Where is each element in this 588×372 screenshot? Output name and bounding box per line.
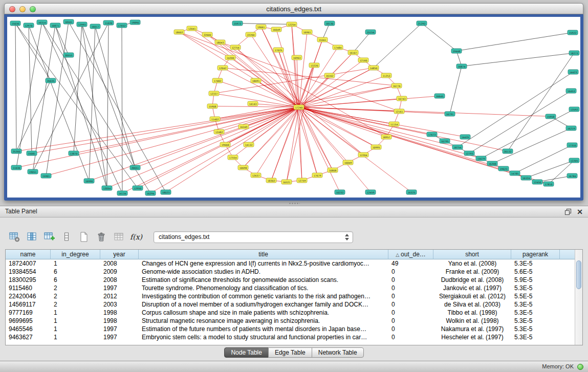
graph-node[interactable]: 12450 [532,180,542,184]
graph-node[interactable]: 16849 [343,160,353,165]
column-header-title[interactable]: title [139,250,388,259]
graph-node[interactable]: 21292 [417,21,427,26]
table-row[interactable]: 911546021997Tourette syndrome. Phenomeno… [6,284,582,292]
graph-node[interactable]: 16963 [292,55,302,60]
graph-node[interactable]: 17652 [117,23,127,28]
column-header-short[interactable]: short [433,250,511,259]
graph-node[interactable]: 13592 [569,107,579,112]
graph-node[interactable]: 18501 [63,19,74,24]
graph-node[interactable]: 12459 [365,190,376,194]
graph-node[interactable]: 22600 [202,32,212,37]
graph-node[interactable]: 18130 [324,21,335,26]
graph-node[interactable]: 19023 [498,166,509,171]
column-header-out-de[interactable]: △out_de… [388,250,433,259]
graph-node[interactable]: 17025 [273,48,284,52]
graph-node[interactable]: 19051 [28,169,38,174]
graph-node[interactable]: 14850 [368,65,379,70]
graph-node[interactable]: 11154 [389,122,399,126]
function-builder-button[interactable]: f(x) [129,230,143,244]
graph-node[interactable]: 10232 [335,190,345,194]
row-options-button[interactable] [59,230,74,244]
table-row[interactable]: 977716911998Corpus callosum shape and si… [6,309,582,317]
graph-node[interactable]: 15922 [568,30,578,35]
graph-node[interactable]: 19448 [451,49,462,53]
float-panel-icon[interactable] [564,208,572,215]
graph-node[interactable]: 12482 [214,129,224,134]
tab-node-table[interactable]: Node Table [224,347,269,358]
graph-node[interactable]: 14200 [225,55,235,60]
graph-node[interactable]: 17673 [427,132,437,137]
graph-node[interactable]: 16107 [348,50,358,55]
graph-node[interactable]: 17554 [228,155,238,160]
table-row[interactable]: 1938455462009Genome-wide association stu… [6,268,582,276]
table-row[interactable]: 1872400712008Changes of HCN gene express… [6,259,582,268]
graph-node[interactable]: 16017 [90,24,100,29]
graph-node[interactable]: 20132 [503,149,513,154]
graph-node[interactable]: 19661 [256,25,266,29]
graph-node[interactable]: 12054 [102,186,112,190]
graph-node[interactable]: 15561 [317,37,328,42]
column-header-name[interactable]: name [6,250,51,259]
graph-node[interactable]: 19890 [130,20,140,25]
graph-node[interactable]: 12160 [358,58,368,62]
graph-node[interactable]: 10743 [397,96,407,101]
graph-node[interactable]: 17810 [543,182,554,186]
memory-indicator-icon[interactable] [577,364,583,370]
graph-node[interactable]: 16349 [238,124,249,129]
scrollbar-thumb[interactable] [576,260,581,289]
graph-node[interactable]: 14143 [248,101,258,106]
graph-node[interactable]: 10871 [50,23,60,28]
graph-node[interactable]: 12759 [297,178,307,183]
graph-node[interactable]: 18273 [569,51,579,55]
column-header-pagerank[interactable]: pagerank [511,250,560,259]
graph-node[interactable]: 12337 [209,91,219,96]
table-row[interactable]: 946362711997Embryonic stem cells: a mode… [6,333,582,341]
graph-node[interactable]: 16649 [271,27,281,32]
network-graph-canvas[interactable]: 1724018602120412260018043127542226019661… [7,17,580,198]
graph-node[interactable]: 16219 [566,126,576,130]
column-header-year[interactable]: year [100,250,139,259]
graph-node[interactable]: 16208 [487,161,497,166]
graph-node[interactable]: 16874 [456,64,467,69]
create-column-button[interactable] [42,230,56,244]
graph-node[interactable]: 14435 [460,135,470,139]
graph-node[interactable]: 18957 [381,135,391,139]
graph-node[interactable]: 16990 [84,179,94,183]
graph-node[interactable]: 12161 [394,109,404,114]
graph-node[interactable]: 10995 [371,145,381,149]
graph-node[interactable]: 11253 [381,73,391,78]
graph-node[interactable]: 18043 [215,40,225,45]
graph-node[interactable]: 12950 [133,186,143,190]
import-table-button[interactable] [112,230,126,244]
graph-node[interactable]: 16294 [145,191,156,195]
graph-node[interactable]: 18091 [251,78,261,83]
graph-node[interactable]: 16162 [324,73,335,78]
graph-node[interactable]: 12793 [464,151,474,156]
graph-node[interactable]: 15901 [41,173,51,178]
window-title-bar[interactable]: citations_edges.txt [4,3,583,14]
table-vertical-scrollbar[interactable] [575,250,582,345]
graph-node[interactable]: 12041 [187,26,197,31]
panel-splitter[interactable] [0,201,588,206]
graph-node[interactable]: 11030 [11,165,21,170]
graph-node[interactable]: 15154 [365,30,376,34]
graph-node[interactable]: 18754 [452,145,463,149]
graph-node[interactable]: 15036 [10,21,20,26]
graph-node[interactable]: 15081 [27,151,37,156]
graph-node[interactable]: 16321 [281,180,292,184]
graph-node[interactable]: 12993 [77,22,87,27]
graph-node[interactable]: 12754 [230,45,241,50]
table-row[interactable]: 1456911722003Disruption of a novel membe… [6,300,582,309]
graph-node[interactable]: 14134 [117,191,127,195]
graph-node[interactable]: 12204 [358,152,368,157]
graph-node[interactable]: 20651 [130,165,140,170]
graph-node[interactable]: 15679 [476,156,486,161]
graph-node[interactable]: 12637 [251,173,261,178]
delete-table-button[interactable] [94,230,108,244]
graph-node[interactable]: 16961 [302,30,312,34]
table-row[interactable]: 1830029562008Estimation of significance … [6,276,582,284]
table-row[interactable]: 946554611997Estimation of the future num… [6,325,582,333]
tab-network-table[interactable]: Network Table [312,347,364,358]
graph-node[interactable]: 13870 [69,151,79,156]
graph-node[interactable]: 12205 [569,158,579,163]
